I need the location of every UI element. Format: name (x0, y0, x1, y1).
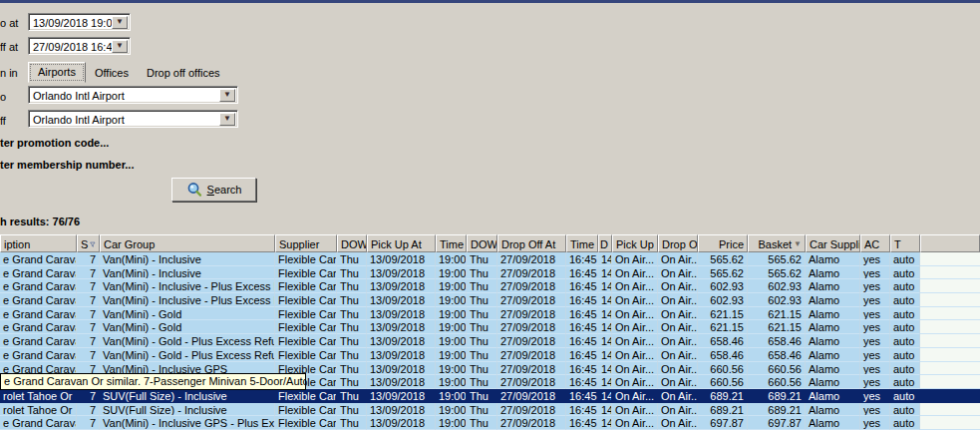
cell-pickup_date: 13/09/2018 (367, 403, 436, 417)
table-row[interactable]: e Grand Carava...7Van(Mini) - GoldFlexib… (0, 307, 980, 321)
cell-pickup_loc: On Air... (612, 389, 658, 403)
column-header-label: Time (440, 238, 464, 250)
dropdown-arrow-icon[interactable]: ▼ (219, 113, 235, 126)
column-header-dow1[interactable]: DOW (337, 234, 367, 252)
column-header-dropoff_loc[interactable]: Drop Off (658, 234, 698, 252)
search-button-label: Search (207, 184, 242, 196)
column-header-label: DOW (471, 238, 497, 250)
table-row[interactable]: e Grand Carava...7Van(Mini) - InclusiveF… (0, 266, 980, 280)
cell-t: auto (890, 320, 920, 334)
search-button[interactable]: Search (171, 178, 256, 202)
column-header-label: DOW (341, 238, 367, 250)
car-description-tooltip: e Grand Caravan Or similar. 7-Passenger … (0, 373, 306, 390)
cell-basket: 689.21 (748, 389, 806, 403)
cell-dropoff_time: 16:45 (566, 403, 598, 417)
table-row[interactable]: e Grand Carava...7Van(Mini) - Gold - Plu… (0, 334, 980, 348)
filter-funnel-icon[interactable] (90, 239, 96, 249)
column-header-supplier[interactable]: Supplier (275, 234, 337, 252)
column-header-ac[interactable]: AC (860, 234, 890, 252)
cell-s: 7 (77, 266, 100, 280)
cell-filler (920, 389, 980, 403)
tab-offices[interactable]: Offices (86, 64, 138, 83)
cell-pickup_date: 13/09/2018 (367, 375, 436, 389)
table-row[interactable]: e Grand Carava...7Van(Mini) - Inclusive … (0, 279, 980, 293)
dropoff-datetime-label: ff at (0, 41, 18, 53)
cell-group: Van(Mini) - Gold - Plus Excess Refund (100, 348, 275, 362)
column-header-filler[interactable] (920, 234, 980, 252)
cell-dropoff_time: 16:45 (566, 307, 598, 321)
column-header-dropoff_time[interactable]: Time (566, 234, 598, 252)
column-header-dow2[interactable]: DOW (467, 234, 497, 252)
column-header-dropoff_date[interactable]: Drop Off At (497, 234, 566, 252)
cell-dow2: Thu (467, 334, 497, 348)
cell-dropoff_loc: On Air... (658, 334, 698, 348)
dropdown-arrow-icon[interactable]: ▼ (219, 89, 235, 102)
cell-dropoff_time: 16:45 (566, 362, 598, 376)
cell-group: Van(Mini) - Gold (100, 320, 275, 334)
table-row[interactable]: e Grand Carava...7Van(Mini) - InclusiveF… (0, 252, 980, 266)
cell-basket: 658.46 (748, 348, 806, 362)
cell-dow2: Thu (467, 389, 497, 403)
cell-pickup_loc: On Air... (612, 320, 658, 334)
column-header-label: Car Group (104, 238, 155, 250)
table-row[interactable]: rolet Tahoe Or ...7SUV(Full Size) - Incl… (0, 389, 980, 403)
table-row[interactable]: e Grand Carava...7Van(Mini) - Gold - Plu… (0, 348, 980, 362)
table-row[interactable]: e Grand Carava...7Van(Mini) - GoldFlexib… (0, 320, 980, 334)
column-header-basket[interactable]: Basket▼ (748, 234, 806, 252)
cell-filler (920, 416, 980, 430)
cell-dropoff_date: 27/09/2018 (497, 416, 566, 430)
cell-pickup_loc: On Air... (612, 348, 658, 362)
column-header-s[interactable]: S (77, 234, 100, 252)
tab-airports[interactable]: Airports (28, 62, 86, 83)
cell-dow2: Thu (467, 320, 497, 334)
column-header-desc[interactable]: iption (0, 234, 77, 252)
cell-dropoff_loc: On Air... (658, 252, 698, 266)
cell-supplier: Flexible Car... (275, 252, 337, 266)
dropdown-arrow-icon[interactable]: ▼ (112, 40, 128, 53)
column-header-pickup_loc[interactable]: Pick Up (612, 234, 658, 252)
cell-pickup_loc: On Air... (612, 362, 658, 376)
cell-dow1: Thu (337, 362, 367, 376)
pickup-datetime-combobox[interactable]: 13/09/2018 19:00 ▼ (28, 13, 131, 31)
cell-dropoff_date: 27/09/2018 (497, 266, 566, 280)
cell-dow1: Thu (337, 307, 367, 321)
pickup-location-value: Orlando Intl Airport (29, 89, 219, 102)
column-header-price[interactable]: Price (698, 234, 748, 252)
cell-pickup_time: 19:00 (436, 416, 467, 430)
window-top-edge (0, 0, 980, 3)
dropdown-arrow-icon[interactable]: ▼ (112, 16, 128, 29)
cell-pickup_time: 19:00 (436, 320, 467, 334)
cell-dropoff_date: 27/09/2018 (497, 252, 566, 266)
dropoff-datetime-combobox[interactable]: 27/09/2018 16:45 ▼ (28, 37, 131, 55)
cell-t: auto (890, 362, 920, 376)
column-header-label: Pick Up (616, 238, 654, 250)
cell-basket: 660.56 (748, 375, 806, 389)
cell-supplier: Flexible Car... (275, 279, 337, 293)
column-header-pickup_time[interactable]: Time (436, 234, 467, 252)
table-row[interactable]: e Grand Carava...7Van(Mini) - Inclusive … (0, 293, 980, 307)
column-header-label: Supplier (279, 238, 319, 250)
cell-pickup_time: 19:00 (436, 403, 467, 417)
column-header-t[interactable]: T (890, 234, 920, 252)
cell-basket: 697.87 (748, 416, 806, 430)
table-row[interactable]: e Grand Carava...7Van(Mini) - Inclusive … (0, 416, 980, 430)
cell-dropoff_date: 27/09/2018 (497, 375, 566, 389)
table-row[interactable]: rolet Tahoe Or ...7SUV(Full Size) - Incl… (0, 403, 980, 417)
cell-dropoff_loc: On Air... (658, 362, 698, 376)
cell-days: 14 (598, 416, 612, 430)
column-header-days[interactable]: D (598, 234, 612, 252)
tab-drop-off-offices[interactable]: Drop off offices (138, 64, 229, 83)
membership-number-input[interactable]: ter membership number... (0, 159, 134, 171)
cell-filler (920, 307, 980, 321)
column-header-car_supplier[interactable]: Car Supplier (806, 234, 860, 252)
cell-group: Van(Mini) - Inclusive - Plus Excess Ref.… (100, 279, 275, 293)
column-header-group[interactable]: Car Group (100, 234, 275, 252)
cell-pickup_date: 13/09/2018 (367, 389, 436, 403)
cell-price: 621.15 (698, 320, 748, 334)
promotion-code-input[interactable]: ter promotion code... (0, 137, 109, 149)
dropoff-location-combobox[interactable]: Orlando Intl Airport ▼ (28, 110, 238, 128)
column-header-pickup_date[interactable]: Pick Up At (367, 234, 436, 252)
column-header-label: Price (719, 238, 744, 250)
pickup-location-combobox[interactable]: Orlando Intl Airport ▼ (28, 86, 238, 104)
cell-pickup_loc: On Air... (612, 252, 658, 266)
